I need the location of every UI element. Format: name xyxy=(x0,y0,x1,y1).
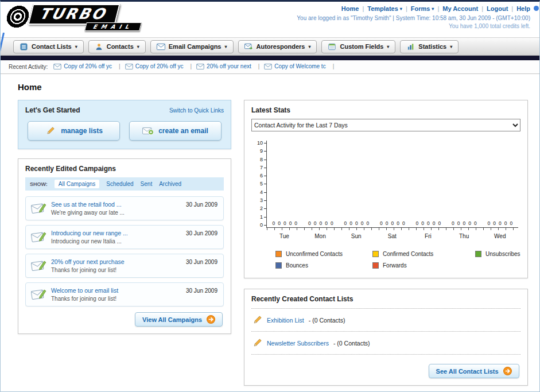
nav-tab-autoresponders[interactable]: Autoresponders ▾ xyxy=(238,40,317,53)
chart-value-label: 0 xyxy=(344,220,347,226)
contact-lists-icon xyxy=(20,43,28,51)
chart-y-tick-label: 8 xyxy=(260,157,266,162)
chart-y-tick-label: 6 xyxy=(260,173,266,178)
legend-item: Confirmed Contacts xyxy=(372,251,473,257)
chart-day-values: 00000 xyxy=(339,220,375,226)
campaign-title-link[interactable]: Welcome to our email list xyxy=(51,287,183,294)
legend-swatch xyxy=(275,262,282,269)
header: TURBO EMAIL HomeTemplates▾Forms▾My Accou… xyxy=(1,2,539,37)
campaign-row[interactable]: Welcome to our email list Thanks for joi… xyxy=(25,282,224,306)
campaign-list: See us at the retail food ... We're givi… xyxy=(25,196,224,306)
nav-tab-label: Contact Lists xyxy=(32,43,72,50)
campaign-filter[interactable]: Archived xyxy=(159,181,181,187)
dropdown-caret-icon: ▾ xyxy=(137,44,139,49)
contact-list-count: - (0 Contacts) xyxy=(333,340,370,347)
legend-swatch xyxy=(475,251,481,257)
campaign-subtitle: We're giving away our late ... xyxy=(51,209,183,216)
create-email-button[interactable]: create an email xyxy=(129,121,222,141)
top-link-help[interactable]: Help xyxy=(516,5,530,12)
manage-lists-button[interactable]: manage lists xyxy=(28,121,120,141)
legend-swatch xyxy=(372,262,379,269)
chart-value-label: 0 xyxy=(314,220,317,226)
nav-tab-contact-lists[interactable]: Contact Lists ▾ xyxy=(13,40,84,53)
contact-list-link[interactable]: Newsletter Subscribers xyxy=(267,340,329,347)
legend-label: Confirmed Contacts xyxy=(383,251,433,257)
chart-value-label: 0 xyxy=(294,220,297,226)
campaign-filter[interactable]: Sent xyxy=(141,181,153,187)
legend-label: Bounces xyxy=(286,262,308,269)
recent-activity-bar: Recent Activity: Copy of 20% off yc Copy… xyxy=(1,60,539,74)
view-all-campaigns-button[interactable]: View All Campaigns xyxy=(135,312,223,327)
campaign-subtitle: Thanks for joining our list! xyxy=(51,267,183,273)
recently-edited-campaigns-panel: Recently Edited Campaigns SHOW: All Camp… xyxy=(18,158,231,334)
contact-list-link[interactable]: Exhibition List xyxy=(267,317,304,324)
nav-tab-statistics[interactable]: Statistics ▾ xyxy=(400,40,459,53)
main-content: Home Let's Get Started Switch to Quick L… xyxy=(1,74,539,392)
manage-lists-label: manage lists xyxy=(61,127,103,135)
campaign-filter[interactable]: All Campaigns xyxy=(55,180,99,188)
app-window: TURBO EMAIL HomeTemplates▾Forms▾My Accou… xyxy=(0,0,540,392)
campaign-row[interactable]: See us at the retail food ... We're givi… xyxy=(25,196,224,220)
campaign-row[interactable]: 20% off your next purchase Thanks for jo… xyxy=(25,254,224,278)
chart-value-label: 0 xyxy=(272,220,275,226)
nav-tab-label: Statistics xyxy=(418,43,446,50)
dropdown-caret-icon: ▾ xyxy=(387,44,389,49)
recent-activity-link[interactable]: Copy of 20% off yc xyxy=(135,63,184,69)
campaign-title-link[interactable]: Introducing our new range ... xyxy=(51,230,183,236)
contact-list-item: Newsletter Subscribers - (0 Contacts) xyxy=(251,332,520,355)
chart-value-label: 0 xyxy=(402,220,405,226)
chart-value-label: 0 xyxy=(421,220,424,226)
nav-tab-custom-fields[interactable]: Custom Fields ▾ xyxy=(321,40,395,53)
campaign-filter[interactable]: Scheduled xyxy=(106,181,133,187)
chart-value-label: 0 xyxy=(415,220,418,226)
chart-y-tick-label: 1 xyxy=(260,215,266,220)
envelope-pencil-icon xyxy=(30,288,46,300)
top-link-logout[interactable]: Logout xyxy=(487,5,508,12)
get-started-title: Let's Get Started xyxy=(25,106,80,114)
chart-y-tick-label: 3 xyxy=(260,198,266,203)
chart-value-label: 0 xyxy=(349,220,352,226)
see-all-contact-lists-button[interactable]: See All Contact Lists xyxy=(429,364,519,378)
top-link-templates[interactable]: Templates xyxy=(367,5,398,12)
envelope-pencil-icon xyxy=(30,259,46,271)
campaign-title-link[interactable]: 20% off your next purchase xyxy=(51,258,183,265)
show-label: SHOW: xyxy=(30,181,48,187)
chart-value-label: 0 xyxy=(325,220,328,226)
chart-y-tick-label: 0 xyxy=(260,223,266,228)
nav-tab-label: Email Campaigns xyxy=(169,43,222,50)
chart-day-values: 00000 xyxy=(410,220,446,226)
chart-value-label: 0 xyxy=(319,220,322,226)
legend-item: Unconfirmed Contacts xyxy=(275,251,370,257)
stats-activity-select[interactable]: Contact Activity for the Last 7 Days xyxy=(251,119,520,131)
chart-day-label: Tue xyxy=(266,233,302,239)
campaign-title-link[interactable]: See us at the retail food ... xyxy=(51,201,183,208)
dropdown-caret-icon: ▾ xyxy=(432,6,434,11)
nav-tab-label: Contacts xyxy=(107,43,134,50)
contact-activity-chart: 109876543210 000000000000000000000000000… xyxy=(254,141,518,239)
chart-value-label: 0 xyxy=(308,220,311,226)
chart-value-label: 0 xyxy=(331,220,333,226)
divider-bar xyxy=(1,56,539,60)
chart-value-label: 0 xyxy=(289,220,292,226)
stats-title: Latest Stats xyxy=(251,106,520,114)
nav-tab-contacts[interactable]: Contacts ▾ xyxy=(88,40,146,53)
top-link-home[interactable]: Home xyxy=(341,5,359,12)
nav-tab-email-campaigns[interactable]: Email Campaigns ▾ xyxy=(150,40,234,53)
recent-activity-link[interactable]: Copy of Welcome tc xyxy=(274,63,325,69)
logo-primary-text: TURBO xyxy=(28,4,121,25)
legend-item: Bounces xyxy=(275,262,370,269)
switch-to-quick-links-link[interactable]: Switch to Quick Links xyxy=(169,107,224,114)
chart-day-values: 00000 xyxy=(375,220,411,226)
chart-value-label: 0 xyxy=(493,220,496,226)
chart-y-tick-label: 5 xyxy=(260,181,266,187)
recent-activity-link[interactable]: 20% off your next xyxy=(207,63,251,69)
campaign-filter-bar: SHOW: All CampaignsScheduledSentArchived xyxy=(25,177,224,191)
top-link-forms[interactable]: Forms xyxy=(411,5,430,12)
top-link-my-account[interactable]: My Account xyxy=(442,5,478,12)
session-info: You are logged in as "Timothy Smith" | S… xyxy=(297,15,530,21)
corner-dot-decoration xyxy=(534,6,539,11)
contact-list-count: - (0 Contacts) xyxy=(309,317,345,324)
campaign-date: 30 Jun 2009 xyxy=(186,259,217,265)
campaign-row[interactable]: Introducing our new range ... Introducin… xyxy=(25,225,224,249)
recent-activity-link[interactable]: Copy of 20% off yc xyxy=(64,63,112,69)
